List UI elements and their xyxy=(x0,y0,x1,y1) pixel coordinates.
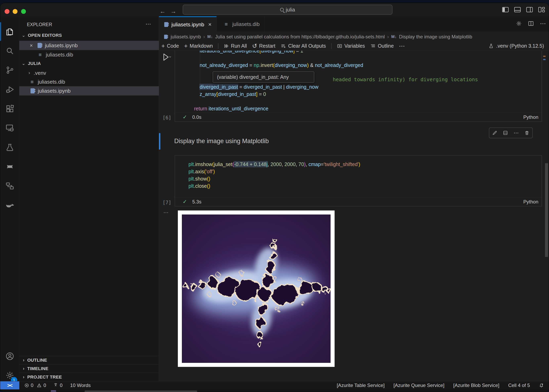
cell7-execution-count: [7] xyxy=(163,200,171,205)
breadcrumb-separator: › xyxy=(203,34,205,40)
chevron-down-icon: ⌄ xyxy=(22,33,25,38)
close-editor-icon[interactable]: × xyxy=(30,42,33,49)
sidebar-item-remote-explorer[interactable] xyxy=(0,119,19,137)
cell-more-actions-icon[interactable]: ⋯ xyxy=(514,130,519,136)
sidebar-item-explorer[interactable] xyxy=(0,22,19,41)
code-line: return iterations_until_divergence xyxy=(188,105,268,112)
code-line: z_array[diverged_in_past] = 0 xyxy=(188,91,266,98)
tab-juliasets-ipynb[interactable]: juliasets.ipynb × xyxy=(159,16,217,32)
toggle-secondary-sidebar-icon[interactable] xyxy=(526,7,533,12)
files-icon xyxy=(5,27,14,36)
broadcast-icon xyxy=(53,383,58,388)
cell7-language[interactable]: Python xyxy=(523,199,538,205)
run-all-button[interactable]: Run All xyxy=(224,43,247,49)
sidebar-item-extensions[interactable] xyxy=(0,99,19,118)
navigate-back-button[interactable]: ← xyxy=(158,8,167,15)
titlebar-layout-controls xyxy=(502,7,545,12)
cell6-run-button[interactable] xyxy=(160,52,174,62)
notebook-viewport: [6] iterations_until_divergence[divergin… xyxy=(159,51,549,381)
output-collapse-button[interactable]: ⋯ xyxy=(163,210,169,216)
code-cell-6[interactable]: iterations_until_divergence[diverging_no… xyxy=(175,51,542,122)
source-control-icon xyxy=(5,65,14,75)
hover-tooltip: (variable) diverged_in_past: Any xyxy=(213,71,314,83)
explorer-more-actions[interactable]: ⋯ xyxy=(146,21,151,27)
sidebar-item-source-control[interactable] xyxy=(0,61,19,79)
folder-section-header[interactable]: ⌄ JULIA xyxy=(22,61,41,66)
jupyter-icon xyxy=(5,162,14,171)
section-outline[interactable]: › OUTLINE xyxy=(19,356,159,364)
command-center-search[interactable]: julia xyxy=(183,5,392,15)
more-actions-icon[interactable]: ⋯ xyxy=(540,20,546,27)
status-bar: >< 0 0 xyxy=(0,381,549,389)
toggle-primary-sidebar-icon[interactable] xyxy=(502,7,509,12)
toolbar-more-icon[interactable]: ⋯ xyxy=(399,42,405,49)
accounts-button[interactable] xyxy=(0,347,19,365)
sidebar-item-run-debug[interactable] xyxy=(0,80,19,99)
sidebar-title: EXPLORER xyxy=(27,22,52,27)
split-editor-icon[interactable] xyxy=(528,21,534,27)
open-editors-header[interactable]: ⌄ OPEN EDITORS xyxy=(22,33,62,38)
azurite-table-service[interactable]: [Azurite Table Service] xyxy=(337,383,385,388)
tree-item-venv[interactable]: › .venv xyxy=(19,69,159,77)
toolbar-divider xyxy=(218,43,218,49)
cell-position-status[interactable]: Cell 4 of 5 xyxy=(508,383,530,388)
variables-button[interactable]: Variables xyxy=(337,43,365,49)
section-timeline[interactable]: › TIMELINE xyxy=(19,364,159,373)
minimize-window-button[interactable] xyxy=(13,9,17,14)
navigate-forward-button[interactable]: → xyxy=(169,8,178,15)
azurite-blob-service[interactable]: [Azurite Blob Service] xyxy=(453,383,499,388)
dib-file-icon: ≡ xyxy=(31,79,35,84)
azurite-queue-service[interactable]: [Azurite Queue Service] xyxy=(393,383,444,388)
notifications-bell-icon[interactable] xyxy=(539,383,544,388)
tab-juliasets-dib[interactable]: ≡ juliasets.dib xyxy=(220,16,265,32)
editor-scrollbar[interactable] xyxy=(545,163,548,257)
outline-button[interactable]: Outline xyxy=(370,43,394,49)
sidebar-item-testing[interactable] xyxy=(0,138,19,157)
breadcrumb-section[interactable]: Julia set using parallel calculations fr… xyxy=(215,34,385,40)
code-line: not_already_diverged = np.invert(divergi… xyxy=(188,62,363,69)
remote-explorer-icon xyxy=(5,123,14,133)
ports-status[interactable]: 0 xyxy=(53,383,63,388)
problems-status[interactable]: 0 0 xyxy=(24,383,46,388)
remote-indicator[interactable]: >< xyxy=(0,381,19,389)
split-cell-icon[interactable] xyxy=(503,130,508,135)
zoom-window-button[interactable] xyxy=(21,9,26,14)
delete-cell-icon[interactable] xyxy=(524,130,529,135)
open-editor-juliasets-dib[interactable]: ≡ juliasets.dib xyxy=(19,50,159,59)
code-line: plt.close() xyxy=(188,182,210,189)
editor-area: juliasets.ipynb × ≡ juliasets.dib xyxy=(159,16,549,381)
search-icon xyxy=(280,8,284,11)
variables-icon xyxy=(337,43,342,49)
tree-item-juliasets-dib[interactable]: ≡ juliasets.dib xyxy=(19,77,159,86)
close-window-button[interactable] xyxy=(5,9,9,14)
customize-layout-icon[interactable] xyxy=(538,7,545,12)
clear-all-outputs-button[interactable]: Clear All Outputs xyxy=(280,43,326,49)
add-markdown-cell-button[interactable]: + Markdown xyxy=(184,43,213,49)
kernel-picker[interactable]: .venv (Python 3.12.5) xyxy=(488,43,544,49)
sidebar-item-search[interactable] xyxy=(0,42,19,60)
restart-button[interactable]: ↺ Restart xyxy=(252,42,275,49)
code-cell-7[interactable]: plt.imshow(julia_set(-0.744 + 0.148j, 20… xyxy=(175,155,542,206)
extensions-icon xyxy=(5,104,14,113)
markdown-cell-text[interactable]: Display the image using Matplotlib xyxy=(174,138,269,145)
breadcrumb-file[interactable]: juliasets.ipynb xyxy=(171,34,201,40)
account-icon xyxy=(5,352,14,361)
dib-file-icon: ≡ xyxy=(225,21,229,27)
breadcrumb-separator: › xyxy=(387,34,389,40)
open-editor-juliasets-ipynb[interactable]: × juliasets.ipynb xyxy=(19,41,159,50)
tree-item-juliasets-ipynb[interactable]: juliasets.ipynb xyxy=(19,86,159,96)
run-cell-icon xyxy=(160,52,174,62)
sidebar-item-pipelines[interactable] xyxy=(0,177,19,195)
cell6-language[interactable]: Python xyxy=(523,114,538,120)
add-code-cell-button[interactable]: + Code xyxy=(161,43,179,49)
toggle-panel-icon[interactable] xyxy=(514,7,521,12)
section-project-tree[interactable]: › PROJECT TREE xyxy=(19,373,159,381)
sidebar-item-jupyter[interactable] xyxy=(0,157,19,176)
notebook-settings-icon[interactable] xyxy=(516,21,522,27)
sidebar-item-docker[interactable] xyxy=(0,196,19,215)
close-tab-icon[interactable]: × xyxy=(208,21,211,28)
dib-file-icon: ≡ xyxy=(39,52,43,57)
breadcrumb-subsection[interactable]: Display the image using Matplotlib xyxy=(399,34,472,40)
word-count-status[interactable]: 10 Words xyxy=(70,383,91,388)
edit-cell-icon[interactable] xyxy=(492,130,497,135)
